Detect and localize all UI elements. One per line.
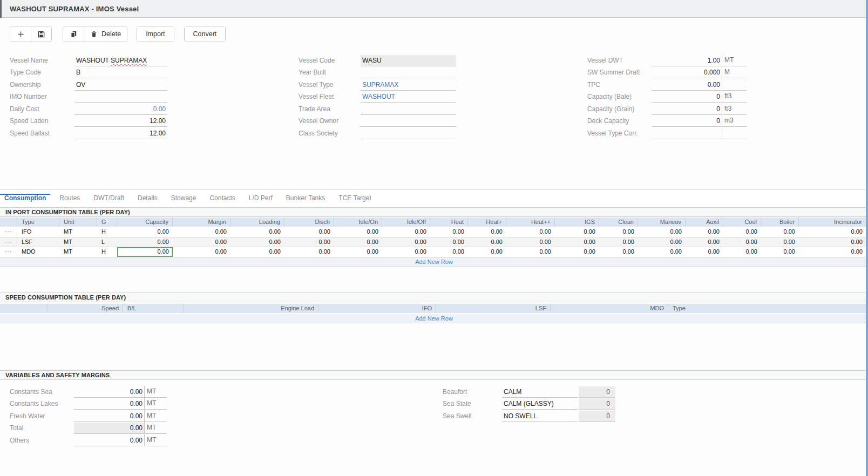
cell-auxil[interactable]: 0.00 — [686, 237, 723, 247]
cell-disch[interactable]: 0.00 — [284, 237, 334, 247]
vessel-fleet-field[interactable]: WASHOUT — [361, 91, 456, 103]
speed-ballast-field[interactable]: 12.00 — [74, 128, 167, 139]
speed-col-header-blank[interactable] — [0, 304, 48, 313]
speed-col-header-mdo[interactable]: MDO — [551, 304, 668, 313]
cell-cool[interactable]: 0.00 — [723, 227, 761, 237]
ownership-field[interactable]: OV — [74, 79, 167, 91]
cell-loading[interactable]: 0.00 — [230, 227, 284, 237]
cell-unit[interactable]: MT — [59, 247, 97, 257]
tab-dwt-draft[interactable]: DWT/Draft — [89, 194, 128, 206]
cell-cool[interactable]: 0.00 — [723, 237, 761, 247]
cell-grade[interactable]: H — [97, 247, 117, 257]
cell-loading[interactable]: 0.00 — [230, 247, 284, 257]
col-header-boiler[interactable]: Boiler — [761, 217, 799, 227]
cell-disch[interactable]: 0.00 — [284, 247, 334, 257]
beaufort-field[interactable]: CALM — [502, 386, 578, 398]
cell-idle-off[interactable]: 0.00 — [382, 237, 430, 247]
constants-lakes-field[interactable]: 0.00 — [74, 398, 144, 410]
cell-igs[interactable]: 0.00 — [555, 237, 599, 247]
vessel-type-corr-field[interactable] — [652, 128, 722, 139]
sea-state-field[interactable]: CALM (GLASSY) — [502, 398, 578, 410]
tab-stowage[interactable]: Stowage — [167, 194, 201, 206]
col-header-idle-off[interactable]: Idle/Off — [382, 217, 430, 227]
speed-laden-field[interactable]: 12.00 — [74, 115, 167, 127]
cell-igs[interactable]: 0.00 — [555, 227, 599, 237]
col-header-type[interactable]: Type — [17, 217, 59, 227]
trade-area-field[interactable] — [361, 104, 456, 115]
speed-col-header-ifo[interactable]: IFO — [318, 304, 436, 313]
col-header-margin[interactable]: Margin — [173, 217, 230, 227]
cell-type[interactable]: MDO — [17, 247, 59, 257]
col-header-blank[interactable] — [0, 217, 17, 227]
cell-heat[interactable]: 0.00 — [506, 237, 555, 247]
cell-auxil[interactable]: 0.00 — [686, 247, 723, 257]
tab-contacts[interactable]: Contacts — [205, 194, 239, 206]
cell-idle-on[interactable]: 0.00 — [334, 227, 382, 237]
col-header-cool[interactable]: Cool — [723, 217, 761, 227]
speed-col-header-type[interactable]: Type — [668, 304, 866, 313]
cell-type[interactable]: IFO — [17, 227, 59, 237]
tab-consumption[interactable]: Consumption — [0, 194, 50, 206]
cell-incinerator[interactable]: 0.00 — [799, 237, 866, 247]
cell-heat[interactable]: 0.00 — [430, 237, 468, 247]
cell-maneuv[interactable]: 0.00 — [638, 237, 686, 247]
imo-number-field[interactable] — [74, 91, 167, 103]
col-header-maneuv[interactable]: Maneuv — [638, 217, 686, 227]
cell-capacity[interactable]: 0.00 — [117, 237, 173, 247]
col-header-incinerator[interactable]: Incinerator — [799, 217, 866, 227]
fresh-water-field[interactable]: 0.00 — [74, 411, 144, 422]
tab-routes[interactable]: Routes — [55, 194, 84, 206]
col-header-heat[interactable]: Heat++ — [506, 217, 555, 227]
type-code-field[interactable]: B — [74, 67, 167, 78]
cell-clean[interactable]: 0.00 — [599, 227, 638, 237]
vessel-owner-field[interactable] — [361, 115, 456, 127]
col-header-capacity[interactable]: Capacity — [117, 217, 173, 227]
speed-col-header-lsf[interactable]: LSF — [436, 304, 551, 313]
cell-heat[interactable]: 0.00 — [430, 247, 468, 257]
col-header-loading[interactable]: Loading — [230, 217, 284, 227]
cell-maneuv[interactable]: 0.00 — [638, 227, 686, 237]
cell-idle-on[interactable]: 0.00 — [334, 237, 382, 247]
cell-idle-off[interactable]: 0.00 — [382, 227, 430, 237]
total-field[interactable]: 0.00 — [74, 423, 144, 434]
vessel-name-field[interactable]: WASHOUT SUPRAMAX — [74, 55, 167, 66]
inport-add-new-row-link[interactable]: Add New Row — [0, 257, 868, 267]
cell-disch[interactable]: 0.00 — [284, 227, 334, 237]
cell-auxil[interactable]: 0.00 — [686, 227, 723, 237]
cell-heat[interactable]: 0.00 — [468, 247, 506, 257]
capacity-bale-field[interactable]: 0 — [652, 91, 722, 103]
cell-grade[interactable]: L — [97, 237, 117, 247]
col-header-igs[interactable]: IGS — [555, 217, 599, 227]
year-built-field[interactable] — [361, 67, 456, 78]
convert-button[interactable]: Convert — [185, 26, 226, 42]
import-button[interactable]: Import — [137, 26, 173, 42]
row-handle[interactable]: ··· — [0, 237, 17, 247]
col-header-g[interactable]: G — [97, 217, 117, 227]
cell-incinerator[interactable]: 0.00 — [799, 227, 866, 237]
copy-button[interactable] — [63, 26, 84, 42]
capacity-grain-field[interactable]: 0 — [652, 104, 722, 115]
class-society-field[interactable] — [361, 128, 456, 139]
save-button[interactable] — [31, 26, 51, 42]
cell-idle-off[interactable]: 0.00 — [382, 247, 430, 257]
col-header-unit[interactable]: Unit — [59, 217, 97, 227]
speed-col-header-b-l[interactable]: B/L — [123, 304, 184, 313]
cell-boiler[interactable]: 0.00 — [761, 247, 799, 257]
cell-loading[interactable]: 0.00 — [230, 237, 284, 247]
deck-capacity-field[interactable]: 0 — [652, 115, 722, 127]
vessel-dwt-field[interactable]: 1.00 — [652, 55, 722, 66]
col-header-disch[interactable]: Disch — [284, 217, 334, 227]
cell-unit[interactable]: MT — [59, 227, 97, 237]
row-handle[interactable]: ··· — [0, 227, 17, 237]
col-header-heat[interactable]: Heat — [430, 217, 468, 227]
cell-clean[interactable]: 0.00 — [599, 237, 638, 247]
cell-boiler[interactable]: 0.00 — [761, 237, 799, 247]
cell-boiler[interactable]: 0.00 — [761, 227, 799, 237]
cell-cool[interactable]: 0.00 — [723, 247, 761, 257]
cell-clean[interactable]: 0.00 — [599, 247, 638, 257]
cell-margin[interactable]: 0.00 — [173, 247, 230, 257]
vessel-type-field[interactable]: SUPRAMAX — [361, 79, 456, 91]
sw-summer-draft-field[interactable]: 0.000 — [652, 67, 722, 78]
col-header-idle-on[interactable]: Idle/On — [334, 217, 382, 227]
col-header-clean[interactable]: Clean — [599, 217, 638, 227]
